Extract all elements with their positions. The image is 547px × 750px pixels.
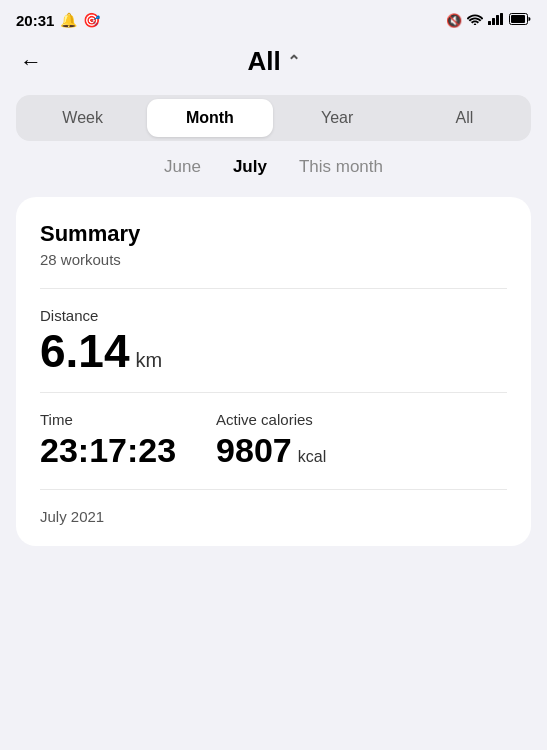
- calories-label: Active calories: [216, 411, 326, 428]
- time-value: 23:17:23: [40, 432, 176, 469]
- distance-section: Distance 6.14 km: [40, 307, 507, 374]
- tab-year[interactable]: Year: [275, 99, 400, 137]
- month-thismonth[interactable]: This month: [299, 157, 383, 177]
- distance-label: Distance: [40, 307, 507, 324]
- header-title-arrow[interactable]: ⌃: [287, 52, 300, 71]
- svg-rect-5: [511, 15, 525, 23]
- tab-bar: Week Month Year All: [16, 95, 531, 141]
- status-left: 20:31 🔔 🎯: [16, 12, 100, 29]
- month-selector: June July This month: [0, 141, 547, 185]
- mute-icon: 🔇: [446, 13, 462, 28]
- header-title-container: All ⌃: [247, 46, 299, 77]
- time-label: Time: [40, 411, 176, 428]
- status-right: 🔇: [446, 13, 531, 28]
- calories-value-row: 9807 kcal: [216, 432, 326, 469]
- summary-title: Summary: [40, 221, 507, 247]
- calories-value: 9807: [216, 432, 292, 469]
- status-time: 20:31: [16, 12, 54, 29]
- time-metric: Time 23:17:23: [40, 411, 176, 469]
- status-icon-2: 🎯: [83, 12, 100, 28]
- distance-unit: km: [136, 349, 163, 372]
- header: ← All ⌃: [0, 36, 547, 87]
- month-july[interactable]: July: [233, 157, 267, 177]
- summary-workouts: 28 workouts: [40, 251, 507, 268]
- bottom-metrics: Time 23:17:23 Active calories 9807 kcal: [40, 411, 507, 469]
- svg-rect-2: [496, 15, 499, 25]
- distance-value: 6.14: [40, 328, 130, 374]
- distance-value-row: 6.14 km: [40, 328, 507, 374]
- tab-all[interactable]: All: [402, 99, 527, 137]
- battery-icon: [509, 13, 531, 28]
- tab-month[interactable]: Month: [147, 99, 272, 137]
- divider-3: [40, 489, 507, 490]
- month-june[interactable]: June: [164, 157, 201, 177]
- svg-rect-0: [488, 21, 491, 25]
- divider-1: [40, 288, 507, 289]
- svg-rect-1: [492, 18, 495, 25]
- tab-week[interactable]: Week: [20, 99, 145, 137]
- status-bar: 20:31 🔔 🎯 🔇: [0, 0, 547, 36]
- divider-2: [40, 392, 507, 393]
- wifi-icon: [467, 13, 483, 28]
- notification-icon: 🔔: [60, 12, 77, 28]
- svg-rect-3: [500, 13, 503, 25]
- card-footer: July 2021: [40, 477, 507, 526]
- signal-icon: [488, 13, 504, 28]
- footer-date: July 2021: [40, 508, 104, 525]
- calories-metric: Active calories 9807 kcal: [216, 411, 326, 469]
- header-title: All: [247, 46, 280, 77]
- summary-card: Summary 28 workouts Distance 6.14 km Tim…: [16, 197, 531, 546]
- tab-bar-inner: Week Month Year All: [16, 95, 531, 141]
- calories-unit: kcal: [298, 448, 326, 466]
- back-button[interactable]: ←: [20, 49, 42, 75]
